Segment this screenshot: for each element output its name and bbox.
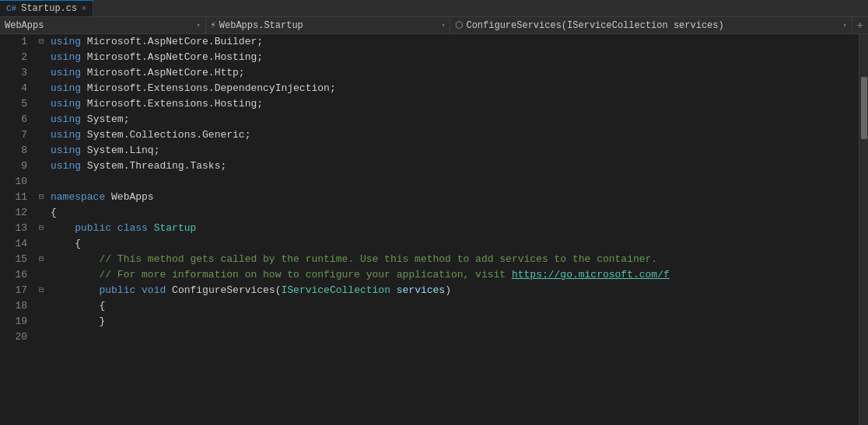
line-num-16: 16: [0, 267, 35, 283]
class-icon: ⚡: [211, 19, 216, 31]
tab-startup-cs[interactable]: C# Startup.cs ×: [0, 0, 93, 16]
code-table: 1 ⊟ using Microsoft.AspNetCore.Builder; …: [0, 34, 859, 345]
fold-12: [35, 205, 47, 221]
line-15: // This method gets called by the runtim…: [47, 252, 859, 267]
line-9: using System.Threading.Tasks;: [47, 159, 859, 174]
line-10: [47, 174, 859, 190]
project-dropdown[interactable]: WebApps ▾: [0, 17, 206, 33]
fold-19: [35, 314, 47, 329]
line-num-13: 13: [0, 221, 35, 236]
line-row: 13 ⊟ public class Startup: [0, 221, 859, 236]
line-7: using System.Collections.Generic;: [47, 127, 859, 143]
line-14: {: [47, 236, 859, 252]
line-num-12: 12: [0, 205, 35, 221]
tab-close-button[interactable]: ×: [82, 5, 86, 13]
nav-bar: WebApps ▾ ⚡ WebApps.Startup ▾ ⬡ Configur…: [0, 17, 868, 34]
line-2: using Microsoft.AspNetCore.Hosting;: [47, 50, 859, 65]
method-label: ConfigureServices(IServiceCollection ser…: [466, 20, 723, 31]
line-num-19: 19: [0, 314, 35, 329]
line-row: 6 using System;: [0, 112, 859, 127]
fold-8: [35, 143, 47, 159]
tab-filename: Startup.cs: [21, 3, 77, 14]
line-num-3: 3: [0, 65, 35, 81]
line-num-18: 18: [0, 298, 35, 314]
line-row: 17 ⊟ public void ConfigureServices(IServ…: [0, 283, 859, 298]
line-num-20: 20: [0, 329, 35, 345]
line-11: namespace WebApps: [47, 190, 859, 205]
line-row: 10: [0, 174, 859, 190]
line-num-9: 9: [0, 159, 35, 174]
line-row: 16 // For more information on how to con…: [0, 267, 859, 283]
line-num-7: 7: [0, 127, 35, 143]
fold-15[interactable]: ⊟: [35, 252, 47, 267]
method-icon: ⬡: [455, 19, 463, 31]
line-row: 5 using Microsoft.Extensions.Hosting;: [0, 96, 859, 112]
cs-file-icon: C#: [6, 4, 16, 13]
line-19: }: [47, 314, 859, 329]
fold-5: [35, 96, 47, 112]
line-row: 1 ⊟ using Microsoft.AspNetCore.Builder;: [0, 34, 859, 50]
line-num-1: 1: [0, 34, 35, 50]
scrollbar-thumb[interactable]: [861, 77, 867, 139]
editor-container: 1 ⊟ using Microsoft.AspNetCore.Builder; …: [0, 34, 868, 425]
line-20: [47, 329, 859, 345]
editor-root: C# Startup.cs × WebApps ▾ ⚡ WebApps.Star…: [0, 0, 868, 425]
line-4: using Microsoft.Extensions.DependencyInj…: [47, 81, 859, 96]
line-num-11: 11: [0, 190, 35, 205]
tab-bar: C# Startup.cs ×: [0, 0, 868, 17]
line-3: using Microsoft.AspNetCore.Http;: [47, 65, 859, 81]
project-dropdown-arrow: ▾: [197, 22, 201, 29]
line-num-10: 10: [0, 174, 35, 190]
line-row: 18 {: [0, 298, 859, 314]
fold-18: [35, 298, 47, 314]
line-17: public void ConfigureServices(IServiceCo…: [47, 283, 859, 298]
line-1: using Microsoft.AspNetCore.Builder;: [47, 34, 859, 50]
fold-14: [35, 236, 47, 252]
line-5: using Microsoft.Extensions.Hosting;: [47, 96, 859, 112]
line-num-5: 5: [0, 96, 35, 112]
line-row: 8 using System.Linq;: [0, 143, 859, 159]
line-row: 12 {: [0, 205, 859, 221]
project-label: WebApps: [5, 20, 44, 31]
fold-16: [35, 267, 47, 283]
line-6: using System;: [47, 112, 859, 127]
line-row: 14 {: [0, 236, 859, 252]
line-row: 20: [0, 329, 859, 345]
method-dropdown-arrow: ▾: [843, 22, 847, 29]
fold-7: [35, 127, 47, 143]
fold-4: [35, 81, 47, 96]
line-num-4: 4: [0, 81, 35, 96]
line-12: {: [47, 205, 859, 221]
line-row: 4 using Microsoft.Extensions.DependencyI…: [0, 81, 859, 96]
fold-2: [35, 50, 47, 65]
line-row: 9 using System.Threading.Tasks;: [0, 159, 859, 174]
nav-actions: +: [852, 19, 868, 32]
code-area[interactable]: 1 ⊟ using Microsoft.AspNetCore.Builder; …: [0, 34, 859, 425]
fold-10: [35, 174, 47, 190]
class-label: WebApps.Startup: [219, 20, 303, 31]
class-dropdown-arrow: ▾: [442, 22, 446, 29]
line-18: {: [47, 298, 859, 314]
fold-20: [35, 329, 47, 345]
line-num-2: 2: [0, 50, 35, 65]
line-num-17: 17: [0, 283, 35, 298]
method-dropdown[interactable]: ⬡ ConfigureServices(IServiceCollection s…: [450, 17, 852, 33]
line-row: 19 }: [0, 314, 859, 329]
fold-17[interactable]: ⊟: [35, 283, 47, 298]
fold-13[interactable]: ⊟: [35, 221, 47, 236]
line-row: 15 ⊟ // This method gets called by the r…: [0, 252, 859, 267]
nav-plus-button[interactable]: +: [856, 19, 865, 32]
line-row: 2 using Microsoft.AspNetCore.Hosting;: [0, 50, 859, 65]
line-num-8: 8: [0, 143, 35, 159]
line-row: 3 using Microsoft.AspNetCore.Http;: [0, 65, 859, 81]
class-dropdown[interactable]: ⚡ WebApps.Startup ▾: [206, 17, 451, 33]
fold-11[interactable]: ⊟: [35, 190, 47, 205]
line-16: // For more information on how to config…: [47, 267, 859, 283]
line-13: public class Startup: [47, 221, 859, 236]
fold-9: [35, 159, 47, 174]
line-8: using System.Linq;: [47, 143, 859, 159]
line-row: 7 using System.Collections.Generic;: [0, 127, 859, 143]
vertical-scrollbar[interactable]: [859, 34, 868, 425]
fold-1[interactable]: ⊟: [35, 34, 47, 50]
fold-6: [35, 112, 47, 127]
